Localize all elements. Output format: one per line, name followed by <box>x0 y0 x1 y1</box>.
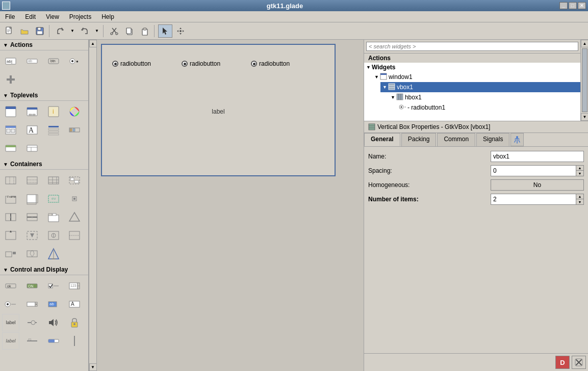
container-event[interactable]: ev <box>45 190 62 207</box>
toplevel-dialog[interactable] <box>23 103 41 120</box>
undo-dropdown[interactable]: ▼ <box>68 24 76 38</box>
prop-spacing-down[interactable]: ▼ <box>576 171 583 176</box>
pointer-button[interactable] <box>158 24 172 38</box>
minimize-button[interactable]: _ <box>559 2 568 9</box>
prop-homogeneous-btn[interactable]: No <box>491 179 584 191</box>
prop-spacing-up[interactable]: ▲ <box>576 166 583 171</box>
maximize-button[interactable]: □ <box>569 2 577 9</box>
widget-hseparator[interactable]: -F1 <box>23 332 41 350</box>
save-button[interactable] <box>33 24 47 38</box>
widget-static-label[interactable]: label <box>2 314 19 331</box>
tree-widgets-header[interactable]: ▼ Widgets <box>364 63 580 72</box>
open-button[interactable] <box>17 24 32 38</box>
prop-items-up[interactable]: ▲ <box>576 194 583 199</box>
toplevel-toolbar-item[interactable] <box>66 121 83 139</box>
widget-radio[interactable]: ● <box>66 52 83 70</box>
toplevels-section-header[interactable]: ▼ Toplevels <box>0 90 88 101</box>
paste-button[interactable] <box>138 24 152 38</box>
tree-radiobutton1[interactable]: - radiobutton1 <box>397 102 580 113</box>
tree-vbox1[interactable]: ▼ vbox1 <box>380 82 580 92</box>
delete-button[interactable]: D <box>555 356 570 369</box>
container-extra6[interactable] <box>45 245 62 262</box>
menu-view[interactable]: View <box>43 12 62 21</box>
widget-combo[interactable] <box>23 296 41 313</box>
copy-button[interactable] <box>122 24 137 38</box>
widget-spinentry[interactable]: 123 <box>66 277 83 295</box>
scroll-down-arrow[interactable]: ▼ <box>89 363 97 371</box>
container-extra2[interactable] <box>45 227 62 244</box>
cut-button[interactable] <box>107 24 121 38</box>
container-extra[interactable] <box>66 208 83 226</box>
tab-general[interactable]: General <box>364 133 400 146</box>
container-scrolled[interactable] <box>23 190 41 207</box>
left-panel-scrollbar[interactable]: ▲ ▼ <box>89 40 96 371</box>
widget-ok-button[interactable]: ok <box>2 277 19 295</box>
menu-projects[interactable]: Projects <box>66 12 94 21</box>
close-button[interactable]: ✕ <box>578 2 586 9</box>
prop-items-input[interactable] <box>491 194 576 205</box>
prop-spacing-input[interactable] <box>491 165 576 176</box>
widget-checkbox[interactable] <box>45 277 62 295</box>
toplevel-window[interactable] <box>2 103 19 120</box>
tree-actions-header[interactable]: Actions <box>364 54 580 63</box>
widget-label2[interactable]: label <box>2 332 19 350</box>
redo-button[interactable] <box>78 24 92 38</box>
widget-entry[interactable]: ab <box>23 52 41 70</box>
search-input[interactable] <box>366 42 578 51</box>
widget-scale[interactable] <box>23 314 41 331</box>
container-extra3[interactable] <box>66 227 83 244</box>
tree-scrollbar[interactable]: ▲ ▼ <box>580 40 588 121</box>
widget-radio2[interactable] <box>2 296 19 313</box>
container-hbox[interactable] <box>2 172 19 189</box>
tab-packing[interactable]: Packing <box>401 133 437 146</box>
undo-button[interactable] <box>53 24 67 38</box>
tab-accessibility[interactable] <box>510 133 524 146</box>
tree-scroll-down[interactable]: ▼ <box>581 113 588 121</box>
tab-signals[interactable]: Signals <box>476 133 509 146</box>
widget-action[interactable] <box>2 71 19 88</box>
clear-button[interactable] <box>572 356 586 369</box>
widget-lock[interactable] <box>66 314 83 331</box>
container-fixed[interactable] <box>66 172 83 189</box>
container-table[interactable] <box>45 172 62 189</box>
menu-help[interactable]: Help <box>98 12 117 21</box>
move-button[interactable] <box>173 24 188 38</box>
tree-hbox1[interactable]: ▼ hbox1 <box>389 92 580 102</box>
toplevel-fontsel[interactable]: A <box>23 121 41 139</box>
toplevel-extra2[interactable] <box>23 140 41 157</box>
widget-button[interactable]: btn <box>45 52 62 70</box>
widget-progress[interactable] <box>45 332 62 350</box>
widget-text[interactable]: A <box>66 296 83 313</box>
containers-section-header[interactable]: ▼ Containers <box>0 159 88 170</box>
actions-section-header[interactable]: ▼ Actions <box>0 40 88 50</box>
toplevel-menu[interactable] <box>45 121 62 139</box>
container-layout[interactable] <box>23 227 41 244</box>
toplevel-about[interactable]: i <box>45 103 62 120</box>
container-frame[interactable]: Frame <box>2 190 19 207</box>
redo-dropdown[interactable]: ▼ <box>93 24 101 38</box>
prop-items-down[interactable]: ▼ <box>576 199 583 204</box>
control-display-section-header[interactable]: ▼ Control and Display <box>0 264 88 275</box>
toplevel-filesel[interactable] <box>2 121 19 139</box>
toplevel-extra1[interactable] <box>2 140 19 157</box>
container-vbox[interactable] <box>23 172 41 189</box>
tab-common[interactable]: Common <box>437 133 475 146</box>
widget-label[interactable]: ab| <box>2 52 19 70</box>
widget-vseparator[interactable] <box>66 332 83 350</box>
prop-name-input[interactable] <box>491 151 584 162</box>
menu-file[interactable]: File <box>2 12 18 21</box>
tree-window1[interactable]: ▼ window1 <box>372 72 580 82</box>
scroll-up-arrow[interactable]: ▲ <box>89 40 97 47</box>
container-align[interactable] <box>66 190 83 207</box>
widget-toggle[interactable]: ON <box>23 277 41 295</box>
container-notebook[interactable] <box>45 208 62 226</box>
container-viewport[interactable] <box>2 227 19 244</box>
widget-volume[interactable] <box>45 314 62 331</box>
container-vpaned[interactable] <box>23 208 41 226</box>
container-hpaned[interactable] <box>2 208 19 226</box>
tree-scroll-up[interactable]: ▲ <box>581 40 588 47</box>
new-button[interactable] <box>2 24 16 38</box>
container-extra4[interactable] <box>2 245 19 262</box>
toplevel-colorsel[interactable] <box>66 103 83 120</box>
menu-edit[interactable]: Edit <box>22 12 39 21</box>
